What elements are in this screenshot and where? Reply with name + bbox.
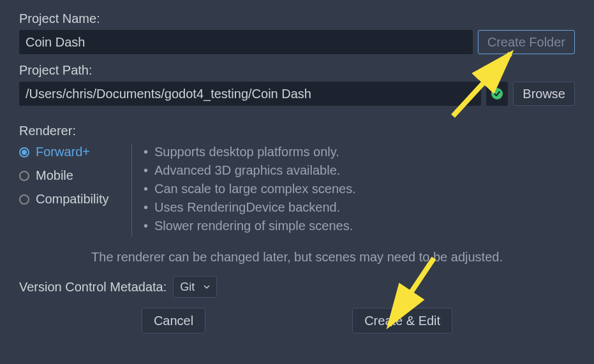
vcm-select[interactable]: Git: [173, 276, 217, 298]
renderer-radio-label: Compatibility: [36, 192, 108, 207]
renderer-desc-item: Can scale to large complex scenes.: [144, 182, 356, 196]
renderer-desc-item: Supports desktop platforms only.: [144, 145, 356, 159]
project-name-input[interactable]: [19, 30, 473, 54]
chevron-down-icon: [204, 284, 210, 290]
renderer-desc-item: Advanced 3D graphics available.: [144, 163, 356, 178]
renderer-label: Renderer:: [19, 124, 575, 138]
create-folder-button[interactable]: Create Folder: [478, 30, 575, 54]
renderer-desc-item: Uses RenderingDevice backend.: [144, 200, 356, 215]
renderer-radio-mobile[interactable]: Mobile: [19, 168, 123, 183]
project-path-input[interactable]: [19, 82, 481, 106]
radio-dot-icon: [19, 147, 29, 157]
renderer-note: The renderer can be changed later, but s…: [19, 250, 575, 265]
path-status-ok-icon: [486, 82, 508, 106]
new-project-dialog: Project Name: Create Folder Project Path…: [0, 0, 594, 364]
renderer-radio-compatibility[interactable]: Compatibility: [19, 192, 123, 207]
create-edit-button[interactable]: Create & Edit: [352, 308, 452, 333]
browse-button[interactable]: Browse: [513, 82, 575, 106]
vcm-selected-value: Git: [180, 280, 195, 294]
renderer-radio-label: Mobile: [36, 168, 73, 183]
renderer-description: Supports desktop platforms only. Advance…: [144, 145, 356, 237]
renderer-desc-item: Slower rendering of simple scenes.: [144, 219, 356, 233]
cancel-button[interactable]: Cancel: [142, 308, 205, 333]
renderer-options-group: Forward+ Mobile Compatibility: [19, 145, 131, 237]
renderer-radio-label: Forward+: [36, 145, 90, 159]
project-path-label: Project Path:: [19, 63, 575, 78]
project-name-label: Project Name:: [19, 11, 575, 26]
radio-dot-icon: [19, 194, 29, 205]
radio-dot-icon: [19, 171, 29, 181]
vertical-divider: [131, 145, 132, 237]
vcm-label: Version Control Metadata:: [19, 280, 167, 295]
renderer-radio-forwardplus[interactable]: Forward+: [19, 145, 123, 159]
